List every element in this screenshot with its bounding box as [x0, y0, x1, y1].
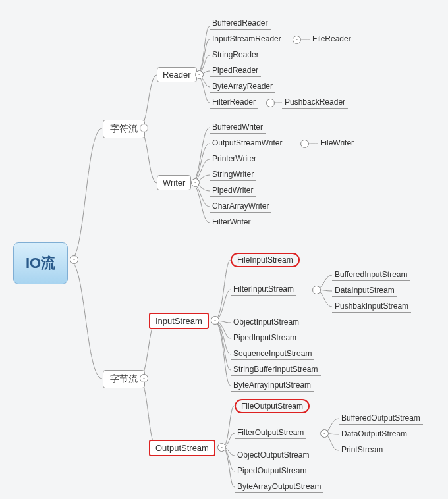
leaf-inputstreamreader[interactable]: InputStreamReader [210, 33, 284, 45]
leaf-printerwriter[interactable]: PrinterWriter [210, 153, 259, 165]
leaf-filereader[interactable]: FileReader [310, 33, 354, 45]
leaf-bytearrayreader[interactable]: ByteArrayReader [210, 80, 275, 93]
sub-inputstream[interactable]: InputStream [149, 313, 209, 329]
toggle-icon[interactable]: - [191, 178, 200, 187]
leaf-bufferedreader[interactable]: BufferedReader [210, 17, 271, 30]
leaf-chararraywriter[interactable]: CharArrayWriter [210, 200, 271, 213]
leaf-stringwriter[interactable]: StringWriter [210, 169, 256, 181]
leaf-stringreader[interactable]: StringReader [210, 49, 262, 61]
toggle-icon[interactable]: - [217, 443, 226, 452]
leaf-filteroutputstream[interactable]: FilterOutputStream [235, 427, 306, 439]
leaf-pushbakinputstream[interactable]: PushbakInputStream [332, 300, 411, 313]
leaf-stringbufferinputstream[interactable]: StringBufferInputStream [231, 363, 321, 376]
leaf-filterwriter[interactable]: FilterWriter [210, 216, 253, 228]
leaf-pipedinputstream[interactable]: PipedInputStream [231, 332, 299, 344]
leaf-datainputstream[interactable]: DataInputStream [332, 284, 397, 297]
leaf-fileoutputstream[interactable]: FileOutputStream [235, 399, 310, 413]
leaf-pushbackreader[interactable]: PushbackReader [282, 96, 348, 109]
branch-char[interactable]: 字符流 [103, 120, 145, 138]
leaf-pipedoutputstream[interactable]: PipedOutputStream [235, 465, 309, 477]
root-node[interactable]: IO流 [13, 242, 68, 284]
leaf-objectoutputstream[interactable]: ObjectOutputStream [235, 449, 312, 461]
leaf-filterreader[interactable]: FilterReader [210, 96, 258, 109]
toggle-icon[interactable]: - [195, 70, 204, 79]
leaf-objectinputstream[interactable]: ObjectInputStream [231, 316, 302, 328]
leaf-filewriter[interactable]: FileWriter [318, 137, 356, 149]
leaf-pipedreader[interactable]: PipedReader [210, 65, 261, 77]
toggle-icon[interactable]: - [70, 255, 78, 264]
leaf-bytearrayoutputstream[interactable]: ByteArrayOutputStream [235, 481, 323, 493]
toggle-icon[interactable]: - [140, 124, 148, 132]
leaf-filterinputstream[interactable]: FilterInputStream [231, 283, 296, 296]
branch-byte[interactable]: 字节流 [103, 370, 145, 388]
toggle-icon[interactable]: - [312, 286, 321, 294]
toggle-icon[interactable]: - [300, 140, 309, 148]
sub-outputstream[interactable]: OutputStream [149, 440, 215, 456]
leaf-bufferedwriter[interactable]: BufferedWriter [210, 121, 266, 134]
leaf-bufferedoutputstream[interactable]: BufferedOutputStream [339, 412, 423, 425]
leaf-bytearrayinputstream[interactable]: ByteArrayInputStream [231, 379, 314, 392]
leaf-pipedwriter[interactable]: PipedWriter [210, 184, 256, 197]
leaf-fileinputstream[interactable]: FileInputStream [231, 253, 300, 267]
toggle-icon[interactable]: - [266, 99, 275, 107]
toggle-icon[interactable]: - [293, 36, 301, 44]
sub-writer[interactable]: Writer [157, 175, 191, 190]
sub-reader[interactable]: Reader [157, 67, 197, 82]
toggle-icon[interactable]: - [140, 374, 148, 382]
toggle-icon[interactable]: - [211, 316, 219, 325]
leaf-bufferedinputstream[interactable]: BufferedInputStream [332, 269, 410, 281]
leaf-printstream[interactable]: PrintStream [339, 444, 385, 456]
toggle-icon[interactable]: - [320, 429, 329, 438]
leaf-dataoutputstream[interactable]: DataOutputStream [339, 428, 410, 440]
leaf-sequenceinputstream[interactable]: SequenceInputStream [231, 348, 314, 360]
leaf-outputstreamwriter[interactable]: OutputStreamWriter [210, 137, 285, 149]
